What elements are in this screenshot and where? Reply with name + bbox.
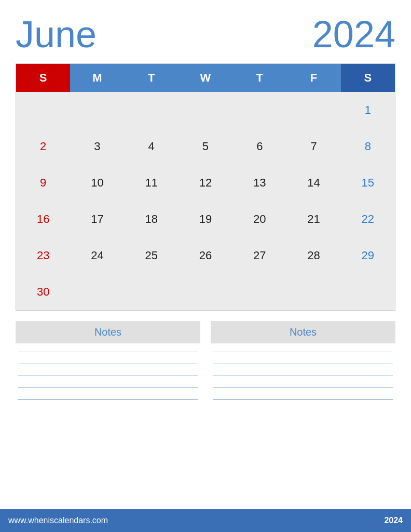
table-row: 28: [286, 237, 340, 274]
table-row: 16: [16, 201, 70, 237]
table-row: 19: [179, 201, 232, 237]
table-row: 17: [70, 201, 124, 237]
table-row: 6: [232, 128, 286, 165]
calendar-grid: S M T W T F S 1 2 3 4 5 6 7 8: [16, 63, 395, 311]
notes-line: [213, 400, 393, 400]
notes-label-left: Notes: [16, 321, 200, 343]
table-row: 5: [179, 128, 232, 165]
table-row: [179, 92, 232, 128]
table-row: [341, 274, 395, 310]
table-row: [125, 92, 179, 128]
table-row: 13: [232, 165, 286, 201]
day-saturday: S: [341, 64, 395, 92]
day-monday: M: [70, 64, 124, 92]
table-row: [286, 274, 340, 310]
notes-line: [18, 376, 198, 376]
notes-lines-left: [16, 352, 200, 400]
table-row: [70, 274, 124, 310]
table-row: 20: [232, 201, 286, 237]
notes-line: [213, 364, 393, 364]
notes-line: [18, 400, 198, 400]
table-row: 2: [16, 128, 70, 165]
notes-section: Notes Notes: [16, 321, 395, 509]
calendar-page: June 2024 S M T W T F S 1 2 3 4: [0, 0, 411, 532]
table-row: [232, 274, 286, 310]
notes-line: [18, 352, 198, 352]
day-wednesday: W: [179, 64, 232, 92]
notes-box-right: Notes: [211, 321, 395, 509]
table-row: 18: [125, 201, 179, 237]
table-row: 25: [125, 237, 179, 274]
table-row: 24: [70, 237, 124, 274]
table-row: 27: [232, 237, 286, 274]
table-row: [125, 274, 179, 310]
table-row: 26: [179, 237, 232, 274]
header: June 2024: [16, 16, 395, 53]
notes-lines-right: [211, 352, 395, 400]
table-row: [179, 274, 232, 310]
notes-line: [213, 376, 393, 376]
table-row: 21: [286, 201, 340, 237]
table-row: 3: [70, 128, 124, 165]
day-tuesday: T: [125, 64, 179, 92]
table-row: [232, 92, 286, 128]
table-row: 23: [16, 237, 70, 274]
table-row: 7: [286, 128, 340, 165]
table-row: 11: [125, 165, 179, 201]
table-row: 1: [341, 92, 395, 128]
month-title: June: [16, 16, 97, 53]
table-row: 22: [341, 201, 395, 237]
footer-url: www.wheniscalendars.com: [8, 516, 108, 525]
table-row: 12: [179, 165, 232, 201]
table-row: 30: [16, 274, 70, 310]
table-row: 29: [341, 237, 395, 274]
notes-line: [18, 364, 198, 364]
notes-line: [18, 388, 198, 388]
year-title: 2024: [312, 16, 395, 53]
day-thursday: T: [232, 64, 286, 92]
notes-label-right: Notes: [211, 321, 395, 343]
table-row: [70, 92, 124, 128]
day-friday: F: [286, 64, 340, 92]
table-row: 15: [341, 165, 395, 201]
table-row: 9: [16, 165, 70, 201]
notes-line: [213, 352, 393, 352]
table-row: [286, 92, 340, 128]
footer-year: 2024: [384, 516, 403, 525]
calendar-body: 1 2 3 4 5 6 7 8 9 10 11 12 13 14 15 16 1…: [16, 92, 395, 310]
table-row: 14: [286, 165, 340, 201]
table-row: [16, 92, 70, 128]
notes-line: [213, 388, 393, 388]
day-sunday: S: [16, 64, 70, 92]
calendar-header-row: S M T W T F S: [16, 64, 395, 92]
notes-box-left: Notes: [16, 321, 200, 509]
footer: www.wheniscalendars.com 2024: [0, 509, 411, 532]
table-row: 4: [125, 128, 179, 165]
table-row: 8: [341, 128, 395, 165]
table-row: 10: [70, 165, 124, 201]
